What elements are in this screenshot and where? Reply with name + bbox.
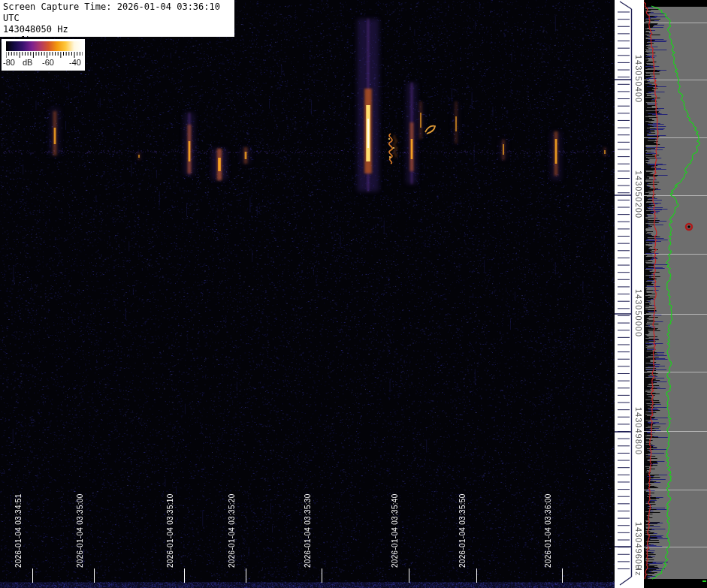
time-tick <box>322 568 322 583</box>
freq-label: 143050200 <box>634 170 643 219</box>
time-label: 2026-01-04 03:35:50 <box>458 493 467 568</box>
echo-core <box>420 113 421 128</box>
echo-core <box>604 150 606 154</box>
capture-info-box: Screen Capture Time: 2026-01-04 03:36:10… <box>0 0 234 37</box>
time-label: 2026-01-04 03:35:40 <box>391 493 399 568</box>
frequency-axis: 1430504001430502001430500001430498001430… <box>615 0 644 588</box>
spectrum-marker-center <box>687 225 690 228</box>
color-scale-ruler <box>6 52 83 58</box>
echo-core <box>218 158 221 171</box>
echo-core <box>189 141 191 161</box>
spectrum-traces <box>644 0 707 588</box>
spectrum-lab-screen-capture: 2026-01-04 03:34:512026-01-04 03:35:0020… <box>0 0 707 588</box>
time-tick <box>476 568 477 583</box>
time-tick <box>184 568 185 583</box>
freq-label: 143049600 <box>634 522 643 570</box>
time-label: 2026-01-04 03:35:10 <box>166 493 174 568</box>
squiggle-bright-dot <box>389 156 391 158</box>
time-label: 2026-01-04 03:34:51 <box>14 493 23 568</box>
axis-spine-bottom-diagonal <box>620 577 632 585</box>
live-spectrum-panel <box>644 0 707 588</box>
freq-label: 143049800 <box>634 407 643 455</box>
head-echo-hook <box>425 126 435 134</box>
squiggle-bright-dot <box>393 147 394 149</box>
freq-label: 143050400 <box>634 55 643 103</box>
time-label: 2026-01-04 03:36:00 <box>544 493 552 568</box>
scale-label-db: dB <box>23 58 32 67</box>
capture-time-text: Screen Capture Time: 2026-01-04 03:36:10… <box>3 2 234 24</box>
time-label: 2026-01-04 03:35:00 <box>76 493 84 568</box>
scale-label-m80: -80 <box>3 58 15 67</box>
echo-core <box>455 116 457 131</box>
time-tick <box>409 568 409 583</box>
time-label: 2026-01-04 03:35:20 <box>228 493 236 568</box>
axis-spine-top-diagonal <box>620 2 632 9</box>
amplitude-color-scale: -80 dB -60 -40 <box>2 39 85 71</box>
time-tick <box>94 568 95 583</box>
center-frequency-text: 143048050 Hz <box>3 24 234 35</box>
time-tick <box>562 568 563 583</box>
time-tick <box>246 568 246 583</box>
echo-core <box>555 139 557 164</box>
squiggle-bright-dot <box>388 138 390 140</box>
doppler-squiggle <box>394 135 397 157</box>
color-gradient-bar <box>6 41 83 51</box>
freq-label: 143050000 <box>634 289 643 337</box>
green-trace-end-mark <box>702 580 706 582</box>
echo-core <box>503 144 504 155</box>
echo-core <box>245 152 247 159</box>
echo-core <box>138 155 140 158</box>
time-label: 2026-01-04 03:35:30 <box>304 493 312 568</box>
echo-core <box>411 139 413 159</box>
scale-label-m40: -40 <box>69 58 81 67</box>
scale-label-m60: -60 <box>42 58 54 67</box>
waterfall-spectrogram: 2026-01-04 03:34:512026-01-04 03:35:0020… <box>0 0 615 588</box>
averaged-spectrum-trace <box>644 0 658 579</box>
echo-core <box>54 128 56 144</box>
echo-core-white <box>367 119 369 148</box>
freq-unit-label: Hz <box>634 565 643 576</box>
time-tick <box>32 568 33 583</box>
current-spectrum-trace <box>651 6 700 579</box>
